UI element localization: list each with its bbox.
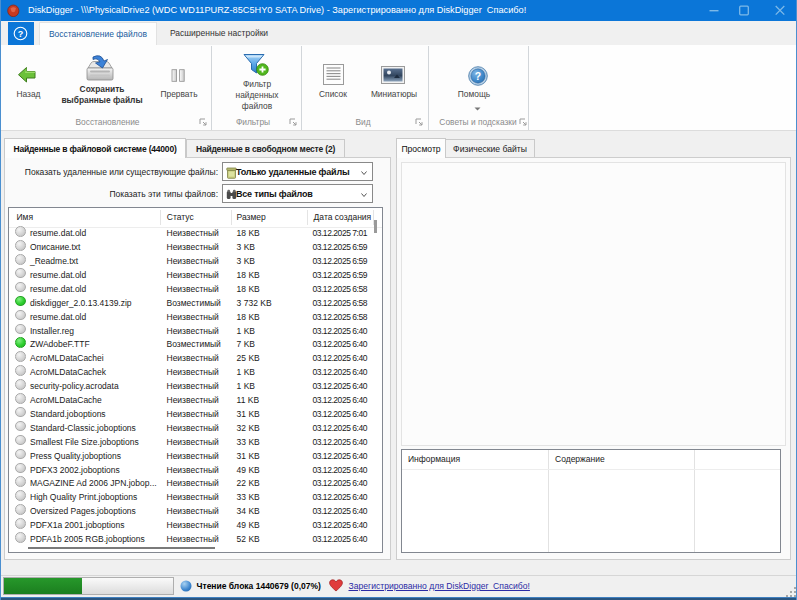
svg-text:?: ?	[18, 29, 24, 39]
svg-text:?: ?	[475, 70, 481, 81]
